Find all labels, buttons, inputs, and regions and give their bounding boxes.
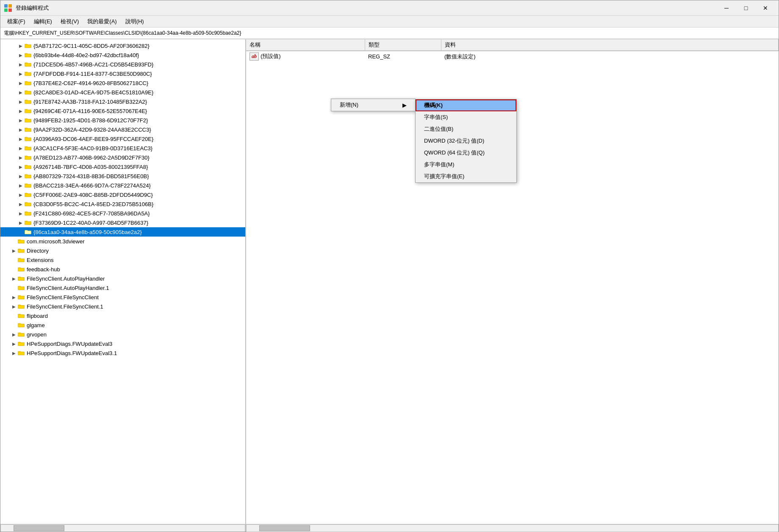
submenu-item-3[interactable]: DWORD (32-位元) 值(D) <box>416 135 516 147</box>
expand-arrow-t18[interactable]: ▶ <box>17 202 24 207</box>
context-menu[interactable]: 新增(N) ▶ 機碼(K)字串值(S)二進位值(B)DWORD (32-位元) … <box>331 99 416 111</box>
expand-arrow-t2[interactable]: ▶ <box>17 53 24 58</box>
maximize-button[interactable]: □ <box>736 0 756 16</box>
tree-panel[interactable]: ▶ {5AB7172C-9C11-405C-8DD5-AF20F3606282}… <box>0 39 246 524</box>
context-menu-new[interactable]: 新增(N) ▶ 機碼(K)字串值(S)二進位值(B)DWORD (32-位元) … <box>331 99 415 111</box>
tree-scrollbar[interactable] <box>0 524 245 532</box>
tree-item-t31[interactable]: glgame <box>0 320 245 330</box>
submenu-item-1[interactable]: 字串值(S) <box>416 111 516 123</box>
tree-item-t18[interactable]: ▶ {CB3D0F55-BC2C-4C1A-85ED-23ED75B5106B} <box>0 199 245 209</box>
tree-item-t10[interactable]: ▶ {9AA2F32D-362A-42D9-9328-24AA83E2CCC3} <box>0 125 245 134</box>
expand-arrow-t33[interactable]: ▶ <box>11 342 17 346</box>
right-scrollbar[interactable] <box>246 524 779 532</box>
tree-item-t5[interactable]: ▶ {7B37E4E2-C62F-4914-9620-8FB5062718CC} <box>0 78 245 88</box>
tree-item-t13[interactable]: ▶ {A78ED123-AB77-406B-9962-2A5D9D2F7F30} <box>0 153 245 162</box>
expand-arrow-t14[interactable]: ▶ <box>17 165 24 169</box>
tree-item-t29[interactable]: ▶ FileSyncClient.FileSyncClient.1 <box>0 302 245 311</box>
expand-arrow-t5[interactable]: ▶ <box>17 81 24 85</box>
expand-arrow-t13[interactable]: ▶ <box>17 155 24 160</box>
tree-item-t2[interactable]: ▶ {6bb93b4e-44d8-40e2-bd97-42dbcf18a40f} <box>0 50 245 60</box>
tree-label-t7: {917E8742-AA3B-7318-FA12-10485FB322A2} <box>33 99 147 105</box>
expand-arrow-t17[interactable]: ▶ <box>17 193 24 197</box>
tree-item-t22[interactable]: com.microsoft.3dviewer <box>0 237 245 246</box>
minimize-button[interactable]: ─ <box>717 0 736 16</box>
folder-icon-t33 <box>17 340 25 347</box>
tree-item-t8[interactable]: ▶ {94269C4E-071A-4116-90E6-52E557067E4E} <box>0 106 245 116</box>
submenu-item-4[interactable]: QWORD (64 位元) 值(Q) <box>416 147 516 159</box>
tree-item-t17[interactable]: ▶ {C5FF006E-2AE9-408C-B85B-2DFDD5449D9C} <box>0 190 245 199</box>
expand-arrow-t10[interactable]: ▶ <box>17 127 24 132</box>
table-row[interactable]: ab(預設值)REG_SZ(數值未設定) <box>246 51 779 62</box>
tree-item-t26[interactable]: ▶ FileSyncClient.AutoPlayHandler <box>0 274 245 283</box>
tree-item-t20[interactable]: ▶ {F37369D9-1C22-40A0-A997-0B4D5F7B6637} <box>0 218 245 227</box>
expand-arrow-t26[interactable]: ▶ <box>11 276 17 281</box>
tree-scrollbar-thumb[interactable] <box>14 525 64 531</box>
expand-arrow-t3[interactable]: ▶ <box>17 62 24 67</box>
tree-item-t21[interactable]: {86ca1aa0-34aa-4e8b-a509-50c905bae2a2} <box>0 227 245 237</box>
expand-arrow-t1[interactable]: ▶ <box>17 44 24 48</box>
right-panel: 名稱 類型 資料 ab(預設值)REG_SZ(數值未設定) 新增(N) ▶ 機碼… <box>246 39 779 524</box>
expand-arrow-t34[interactable]: ▶ <box>11 351 17 356</box>
expand-arrow-t7[interactable]: ▶ <box>17 99 24 104</box>
expand-arrow-t15[interactable]: ▶ <box>17 174 24 179</box>
expand-arrow-t8[interactable]: ▶ <box>17 109 24 113</box>
tree-item-t25[interactable]: feedback-hub <box>0 265 245 274</box>
menu-item-A[interactable]: 我的最愛(A) <box>84 17 120 26</box>
expand-arrow-t19[interactable]: ▶ <box>17 211 24 216</box>
tree-item-t24[interactable]: Extensions <box>0 255 245 265</box>
context-menu-overlay: 新增(N) ▶ 機碼(K)字串值(S)二進位值(B)DWORD (32-位元) … <box>246 39 779 524</box>
folder-icon-t1 <box>24 42 32 49</box>
tree-item-t19[interactable]: ▶ {F241C880-6982-4CE5-8CF7-7085BA96DA5A} <box>0 209 245 218</box>
expand-arrow-t28[interactable]: ▶ <box>11 295 17 300</box>
menu-item-E[interactable]: 編輯(E) <box>30 17 55 26</box>
tree-item-t14[interactable]: ▶ {A926714B-7BFC-4D08-A035-80021395FFA8} <box>0 162 245 171</box>
tree-item-t15[interactable]: ▶ {AB807329-7324-431B-8B36-DBD581F56E0B} <box>0 171 245 181</box>
expand-arrow-t12[interactable]: ▶ <box>17 146 24 151</box>
context-submenu[interactable]: 機碼(K)字串值(S)二進位值(B)DWORD (32-位元) 值(D)QWOR… <box>415 99 517 183</box>
tree-item-t1[interactable]: ▶ {5AB7172C-9C11-405C-8DD5-AF20F3606282} <box>0 41 245 50</box>
tree-item-t11[interactable]: ▶ {A0396A93-DC06-4AEF-BEE9-95FFCCAEF20E} <box>0 134 245 143</box>
expand-arrow-t11[interactable]: ▶ <box>17 137 24 141</box>
tree-item-t3[interactable]: ▶ {71DCE5D6-4B57-496B-AC21-CD5B54EB93FD} <box>0 60 245 69</box>
expand-arrow-t29[interactable]: ▶ <box>11 304 17 309</box>
folder-icon-t29 <box>17 303 25 310</box>
expand-arrow-t20[interactable]: ▶ <box>17 221 24 225</box>
submenu-item-0[interactable]: 機碼(K) <box>416 99 516 111</box>
folder-icon-t20 <box>24 219 32 226</box>
menu-item-V[interactable]: 檢視(V) <box>57 17 82 26</box>
expand-arrow-t23[interactable]: ▶ <box>11 248 17 253</box>
submenu-item-6[interactable]: 可擴充字串值(E) <box>416 171 516 182</box>
reg-default-label: (預設值) <box>261 53 281 59</box>
close-button[interactable]: ✕ <box>756 0 775 16</box>
tree-horizontal-scroll[interactable] <box>0 524 246 532</box>
right-scrollbar-thumb[interactable] <box>259 525 310 531</box>
tree-item-t23[interactable]: ▶ Directory <box>0 246 245 255</box>
expand-arrow-t6[interactable]: ▶ <box>17 90 24 95</box>
tree-item-t6[interactable]: ▶ {82CA8DE3-01AD-4CEA-9D75-BE4C51810A9E} <box>0 88 245 97</box>
reg-name-cell: ab(預設值) <box>246 51 365 62</box>
tree-item-t7[interactable]: ▶ {917E8742-AA3B-7318-FA12-10485FB322A2} <box>0 97 245 106</box>
expand-arrow-t32[interactable]: ▶ <box>11 332 17 337</box>
tree-item-t16[interactable]: ▶ {BBACC218-34EA-4666-9D7A-C78F2274A524} <box>0 181 245 190</box>
expand-arrow-t16[interactable]: ▶ <box>17 183 24 188</box>
ab-badge: ab <box>250 52 259 61</box>
menu-item-H[interactable]: 說明(H) <box>122 17 147 26</box>
tree-item-t32[interactable]: ▶ grvopen <box>0 330 245 339</box>
expand-arrow-t4[interactable]: ▶ <box>17 72 24 76</box>
submenu-item-5[interactable]: 多字串值(M) <box>416 159 516 171</box>
tree-item-t34[interactable]: ▶ HPeSupportDiags.FWUpdateEval3.1 <box>0 348 245 358</box>
tree-item-t9[interactable]: ▶ {9489FEB2-1925-4D01-B788-6D912C70F7F2} <box>0 116 245 125</box>
tree-label-t33: HPeSupportDiags.FWUpdateEval3 <box>27 341 112 347</box>
menu-item-F[interactable]: 檔案(F) <box>4 17 29 26</box>
folder-icon-t11 <box>24 135 32 142</box>
expand-arrow-t9[interactable]: ▶ <box>17 118 24 123</box>
tree-item-t33[interactable]: ▶ HPeSupportDiags.FWUpdateEval3 <box>0 339 245 348</box>
tree-label-t27: FileSyncClient.AutoPlayHandler.1 <box>27 285 109 291</box>
tree-item-t12[interactable]: ▶ {A3CA1CF4-5F3E-4AC0-91B9-0D3716E1EAC3} <box>0 143 245 153</box>
tree-item-t30[interactable]: flipboard <box>0 311 245 320</box>
tree-item-t28[interactable]: ▶ FileSyncClient.FileSyncClient <box>0 292 245 302</box>
submenu-item-2[interactable]: 二進位值(B) <box>416 123 516 135</box>
tree-item-t27[interactable]: FileSyncClient.AutoPlayHandler.1 <box>0 283 245 292</box>
right-horizontal-scroll[interactable] <box>246 524 779 532</box>
tree-item-t4[interactable]: ▶ {7AFDFDDB-F914-11E4-8377-6C3BE50D980C} <box>0 69 245 78</box>
